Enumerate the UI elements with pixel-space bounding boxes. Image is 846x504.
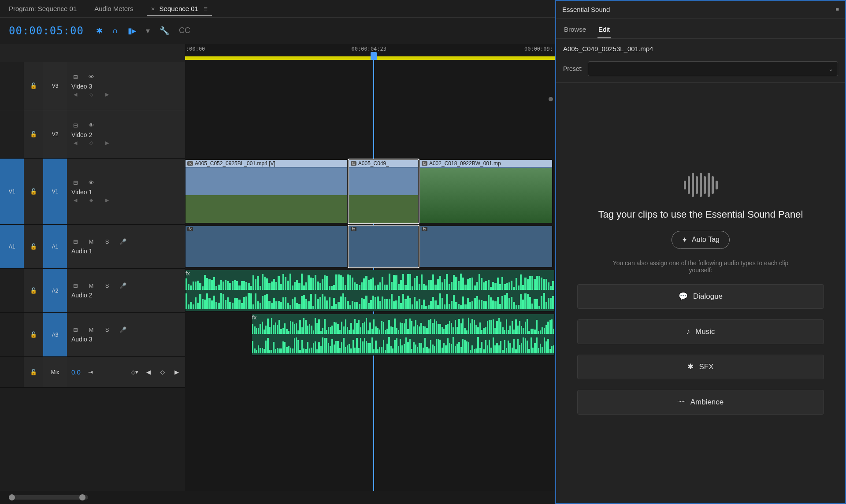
next-key-icon[interactable]: ▶ — [103, 139, 111, 147]
src-patch-v3[interactable] — [0, 62, 24, 110]
track-content-a1[interactable]: fx fx fx — [185, 225, 555, 268]
mute-button[interactable]: M — [87, 282, 95, 290]
lock-v3[interactable]: 🔓 — [24, 62, 43, 110]
mix-volume[interactable]: 0.0 — [71, 368, 81, 376]
eye-icon[interactable]: 👁 — [87, 73, 95, 81]
clip-a2-1[interactable]: fx — [185, 270, 555, 311]
panel-menu-icon[interactable]: ≡ — [835, 6, 839, 13]
es-headline: Tag your clips to use the Essential Soun… — [598, 209, 803, 220]
mute-button[interactable]: M — [87, 326, 95, 334]
voiceover-icon[interactable]: 🎤 — [119, 282, 127, 290]
eye-icon[interactable]: 👁 — [87, 122, 95, 130]
track-content-a2[interactable]: fx — [185, 269, 555, 312]
timeline-zoom-bar — [0, 491, 555, 504]
tag-dialogue-button[interactable]: 💬 Dialogue — [577, 284, 824, 309]
prev-key-icon[interactable]: ◀ — [145, 368, 152, 376]
sync-lock-icon[interactable]: ⊟ — [71, 73, 79, 81]
keyframe-menu-icon[interactable]: ◇▾ — [130, 368, 138, 376]
cc-icon[interactable]: CC — [179, 26, 190, 36]
src-patch-mix[interactable] — [0, 357, 24, 387]
solo-button[interactable]: S — [103, 326, 111, 334]
add-key-icon[interactable]: ◇ — [87, 139, 95, 147]
wrench-icon[interactable]: 🔧 — [160, 26, 169, 36]
tag-sfx-button[interactable]: ✱ SFX — [577, 355, 824, 379]
add-key-icon[interactable]: ◇ — [159, 368, 167, 376]
auto-tag-button[interactable]: ✦ Auto Tag — [672, 231, 730, 249]
time-ruler[interactable]: :00:00 00:00:04:23 00:00:09: — [185, 44, 555, 62]
waveform-icon — [252, 337, 554, 353]
lock-v2[interactable]: 🔓 — [24, 110, 43, 158]
lock-a2[interactable]: 🔓 — [24, 269, 43, 312]
add-key-icon[interactable]: ◆ — [87, 196, 95, 204]
mute-button[interactable]: M — [87, 238, 95, 246]
src-patch-a2[interactable] — [0, 269, 24, 312]
src-patch-v1[interactable]: V1 — [0, 159, 24, 224]
snap-icon[interactable]: ∩ — [112, 26, 118, 36]
lock-a1[interactable]: 🔓 — [24, 225, 43, 268]
src-patch-v2[interactable] — [0, 110, 24, 158]
src-patch-a1[interactable]: A1 — [0, 225, 24, 268]
tab-menu-icon[interactable]: ≡ — [204, 5, 208, 12]
clip-v1-2[interactable]: fxA005_C049_ — [349, 159, 419, 223]
next-key-icon[interactable]: ▶ — [103, 91, 111, 99]
tgt-patch-a3[interactable]: A3 — [43, 313, 67, 356]
zoom-handle-right[interactable] — [79, 494, 85, 500]
clip-v1-3[interactable]: fxA002_C018_0922BW_001.mp — [419, 159, 553, 223]
eye-icon[interactable]: 👁 — [87, 179, 95, 187]
lock-mix[interactable]: 🔓 — [24, 357, 43, 387]
zoom-handle-left[interactable] — [9, 494, 15, 500]
tab-audio-meters[interactable]: Audio Meters — [90, 1, 137, 16]
lock-a3[interactable]: 🔓 — [24, 313, 43, 356]
sync-lock-icon[interactable]: ⊟ — [71, 122, 79, 130]
es-tab-edit[interactable]: Edit — [597, 23, 611, 38]
prev-key-icon[interactable]: ◀ — [71, 139, 79, 147]
clip-a3-1[interactable]: fx — [252, 314, 555, 356]
solo-button[interactable]: S — [103, 282, 111, 290]
track-content-v1[interactable]: fxA005_C052_0925BL_001.mp4 [V] fxA005_C0… — [185, 159, 555, 224]
lock-v1[interactable]: 🔓 — [24, 159, 43, 224]
tag-music-button[interactable]: ♪ Music — [577, 319, 824, 344]
sync-lock-icon[interactable]: ⊟ — [71, 238, 79, 246]
clip-a1-1[interactable]: fx — [185, 226, 348, 267]
playhead-timecode[interactable]: 00:00:05:00 — [9, 25, 84, 37]
insert-icon[interactable]: ✱ — [96, 26, 103, 36]
track-content-v3[interactable] — [185, 62, 555, 110]
tag-ambience-button[interactable]: 〰 Ambience — [577, 390, 824, 415]
es-tab-browse[interactable]: Browse — [563, 23, 587, 38]
preset-dropdown[interactable]: ⌄ — [588, 61, 838, 76]
linked-selection-icon[interactable]: ▮▸ — [128, 26, 136, 36]
track-content-v2[interactable] — [185, 110, 555, 158]
sync-lock-icon[interactable]: ⊟ — [71, 326, 79, 334]
clip-a1-3[interactable]: fx — [419, 226, 553, 267]
solo-button[interactable]: S — [103, 238, 111, 246]
chevron-down-icon: ⌄ — [828, 66, 833, 72]
prev-key-icon[interactable]: ◀ — [71, 196, 79, 204]
track-content-mix[interactable] — [185, 357, 555, 387]
next-key-icon[interactable]: ▶ — [173, 368, 181, 376]
tgt-patch-a1[interactable]: A1 — [43, 225, 67, 268]
sync-lock-icon[interactable]: ⊟ — [71, 179, 79, 187]
tab-program[interactable]: Program: Sequence 01 — [4, 1, 81, 16]
tgt-patch-mix[interactable]: Mix — [43, 357, 67, 387]
work-area-bar[interactable] — [185, 56, 555, 60]
tgt-patch-v3[interactable]: V3 — [43, 62, 67, 110]
zoom-scrollbar[interactable] — [9, 495, 88, 500]
voiceover-icon[interactable]: 🎤 — [119, 238, 127, 246]
voiceover-icon[interactable]: 🎤 — [119, 326, 127, 334]
src-patch-a3[interactable] — [0, 313, 24, 356]
next-key-icon[interactable]: ▶ — [103, 196, 111, 204]
tgt-patch-v1[interactable]: V1 — [43, 159, 67, 224]
sync-lock-icon[interactable]: ⊟ — [71, 282, 79, 290]
close-icon[interactable]: × — [151, 5, 155, 12]
collapse-icon[interactable]: ⇥ — [87, 368, 95, 376]
track-content-a3[interactable]: fx — [185, 313, 555, 356]
marker-icon[interactable]: ▾ — [146, 26, 150, 36]
add-key-icon[interactable]: ◇ — [87, 91, 95, 99]
tgt-patch-v2[interactable]: V2 — [43, 110, 67, 158]
playhead-handle[interactable] — [371, 52, 377, 60]
clip-a1-2[interactable]: fx — [349, 226, 419, 267]
tab-sequence[interactable]: × Sequence 01 ≡ — [147, 1, 212, 16]
prev-key-icon[interactable]: ◀ — [71, 91, 79, 99]
tgt-patch-a2[interactable]: A2 — [43, 269, 67, 312]
clip-v1-1[interactable]: fxA005_C052_0925BL_001.mp4 [V] — [185, 159, 348, 223]
